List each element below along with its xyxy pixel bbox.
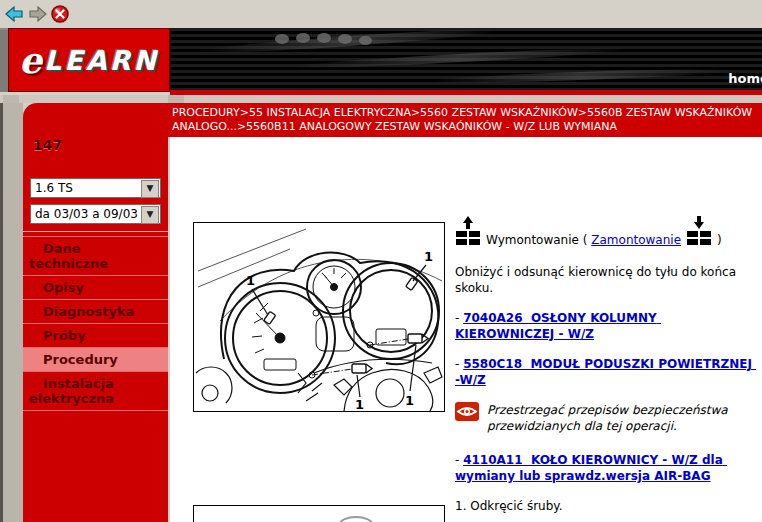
- page-header: home|search|print|download|help|logout e…: [0, 30, 762, 92]
- callout-1: 1: [424, 249, 433, 264]
- top-nav: home|search|print|download|help|logout: [458, 71, 762, 91]
- left-rail: [0, 103, 23, 522]
- second-figure: [193, 505, 445, 522]
- removal-label: Wymontowanie: [486, 233, 579, 247]
- step-1: 1. Odkręcić śruby.: [455, 498, 757, 514]
- chevron-down-icon[interactable]: ▼: [141, 206, 159, 224]
- sidebar: 147 1.6 TS ▼ da 03/03 a 09/03 ▼ Dane tec…: [23, 103, 168, 522]
- header-photo: home|search|print|download|help|logout: [170, 28, 762, 92]
- doc-link-row: - 4110A11 KOŁO KIEROWNICY - W/Z dla wymi…: [455, 452, 757, 484]
- forward-icon[interactable]: [27, 3, 49, 25]
- install-down-icon: [686, 216, 712, 250]
- sidebar-item-procedury[interactable]: Procedury: [23, 347, 168, 371]
- callout-1: 1: [246, 273, 255, 288]
- doc-link-row: - 5580C18 MODUŁ PODUSZKI POWIETRZNEJ -W/…: [455, 356, 757, 388]
- procedure-steps: 1. Odkręcić śruby. 1. Przesunąć trochę d…: [455, 498, 757, 522]
- paren-close: ): [717, 232, 722, 250]
- remove-up-icon: [455, 216, 481, 250]
- breadcrumb: PROCEDURY>55 INSTALACJA ELEKTRYCZNA>5560…: [168, 103, 762, 137]
- elearn-logo-text: LEARN: [44, 45, 159, 76]
- link-prefix: -: [455, 357, 463, 371]
- date-range-select[interactable]: da 03/03 a 09/03 ▼: [30, 204, 161, 224]
- doc-link-7040A26[interactable]: 7040A26 OSŁONY KOLUMNY KIEROWNICZEJ - W/…: [455, 311, 661, 341]
- callout-1: 1: [405, 393, 414, 408]
- chevron-down-icon[interactable]: ▼: [141, 180, 159, 198]
- safety-warning-text: Przestrzegać przepisów bezpieczeństwa pr…: [487, 402, 757, 434]
- nav-home[interactable]: home: [725, 71, 762, 86]
- link-prefix: -: [455, 453, 463, 467]
- browser-toolbar: [0, 0, 762, 30]
- sidebar-item-instalacja-elektryczna[interactable]: Instalacja elektryczna: [23, 371, 168, 411]
- elearn-logo-e: e: [19, 39, 42, 81]
- install-link[interactable]: Zamontowanie: [591, 233, 681, 247]
- header-gray-band: [0, 95, 762, 103]
- close-icon[interactable]: [49, 3, 71, 25]
- safety-warning: Przestrzegać przepisów bezpieczeństwa pr…: [455, 402, 757, 434]
- engine-select-value: 1.6 TS: [35, 181, 73, 195]
- doc-link-row: - 7040A26 OSŁONY KOLUMNY KIEROWNICZEJ - …: [455, 310, 757, 342]
- link-prefix: -: [455, 311, 463, 325]
- callout-1: 1: [355, 397, 364, 411]
- elearn-logo: e LEARN: [8, 28, 170, 92]
- intro-paragraph: Obniżyć i odsunąć kierownicę do tyłu do …: [455, 264, 757, 296]
- doc-link-4110A11[interactable]: 4110A11 KOŁO KIEROWNICY - W/Z dla wymian…: [455, 453, 727, 483]
- sidebar-divider: [23, 231, 168, 232]
- back-icon[interactable]: [3, 3, 25, 25]
- procedure-text: Wymontowanie ( Zamontowanie ) Obniżyć i …: [455, 216, 757, 522]
- paren-open: (: [583, 233, 588, 247]
- sidebar-item-opisy[interactable]: Opisy: [23, 275, 168, 299]
- sidebar-item-proby[interactable]: Próby: [23, 323, 168, 347]
- removal-header: Wymontowanie ( Zamontowanie ): [455, 216, 757, 250]
- sidebar-menu: Dane techniczne Opisy Diagnostyka Próby …: [23, 236, 168, 411]
- safety-eye-icon: [455, 402, 479, 434]
- date-range-select-value: da 03/03 a 09/03: [35, 207, 138, 221]
- instrument-cluster-figure: 1 1 1 1: [193, 222, 445, 412]
- model-title: 147: [33, 137, 62, 153]
- sidebar-item-dane-techniczne[interactable]: Dane techniczne: [23, 236, 168, 275]
- sidebar-item-diagnostyka[interactable]: Diagnostyka: [23, 299, 168, 323]
- doc-link-5580C18[interactable]: 5580C18 MODUŁ PODUSZKI POWIETRZNEJ -W/Z: [455, 357, 756, 387]
- engine-select[interactable]: 1.6 TS ▼: [30, 178, 161, 198]
